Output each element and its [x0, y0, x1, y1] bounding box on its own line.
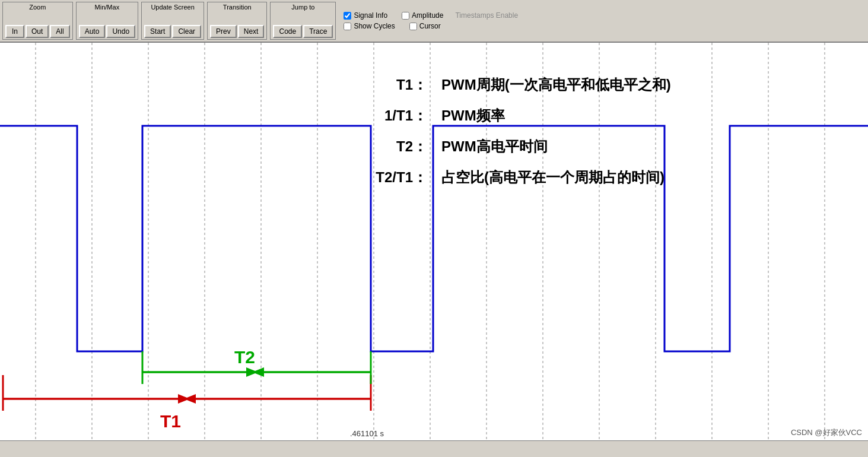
zoom-group: Zoom In Out All	[2, 2, 73, 40]
update-start-button[interactable]: Start	[144, 25, 171, 38]
watermark: CSDN @好家伙VCC	[791, 427, 862, 438]
timestamp-display: .461101 s	[350, 429, 384, 438]
show-cycles-checkbox[interactable]	[344, 23, 351, 30]
signal-info-row: Signal Info Amplitude Timestamps Enable	[344, 11, 518, 20]
annotation-row-2: T2： PWM高电平时间	[350, 137, 860, 156]
zoom-all-button[interactable]: All	[50, 25, 69, 38]
update-clear-button[interactable]: Clear	[172, 25, 201, 38]
update-buttons: Start Clear	[144, 25, 201, 38]
amplitude-checkbox[interactable]	[402, 12, 409, 20]
annotation-row-0: T1： PWM周期(一次高电平和低电平之和)	[350, 75, 860, 94]
update-group: Update Screen Start Clear	[141, 2, 204, 40]
amplitude-label: Amplitude	[412, 11, 443, 20]
transition-buttons: Prev Next	[210, 25, 264, 38]
ann-label-1: 1/T1：	[350, 106, 427, 125]
svg-text:T1: T1	[160, 411, 181, 431]
update-label: Update Screen	[151, 4, 194, 11]
jumpto-buttons: Code Trace	[273, 25, 333, 38]
ann-text-3: 占空比(高电平在一个周期占的时间)	[441, 168, 664, 187]
jumpto-label: Jump to	[291, 4, 314, 11]
ann-label-0: T1：	[350, 75, 427, 94]
transition-prev-button[interactable]: Prev	[210, 25, 237, 38]
zoom-in-button[interactable]: In	[5, 25, 24, 38]
ann-label-2: T2：	[350, 137, 427, 156]
jumpto-code-button[interactable]: Code	[273, 25, 302, 38]
show-cycles-row: Show Cycles Cursor	[344, 22, 518, 30]
ann-text-0: PWM周期(一次高电平和低电平之和)	[441, 75, 671, 94]
transition-group: Transition Prev Next	[207, 2, 267, 40]
signal-info-checkbox[interactable]	[344, 12, 351, 20]
minmax-group: Min/Max Auto Undo	[76, 2, 138, 40]
minmax-undo-button[interactable]: Undo	[106, 25, 135, 38]
status-bar	[0, 440, 868, 457]
timestamps-label: Timestamps Enable	[455, 11, 518, 20]
minmax-label: Min/Max	[95, 4, 120, 11]
zoom-buttons: In Out All	[5, 25, 70, 38]
ann-text-1: PWM频率	[441, 106, 505, 125]
show-cycles-label: Show Cycles	[354, 22, 395, 30]
cursor-checkbox[interactable]	[409, 23, 417, 30]
annotation-row-3: T2/T1： 占空比(高电平在一个周期占的时间)	[350, 168, 860, 187]
transition-label: Transition	[223, 4, 252, 11]
waveform-area: T1 T2 T1： PWM周期(一次高电平和低电平之和) 1/T1： PWM频率…	[0, 43, 868, 457]
zoom-label: Zoom	[29, 4, 46, 11]
minmax-buttons: Auto Undo	[79, 25, 135, 38]
transition-next-button[interactable]: Next	[238, 25, 265, 38]
ann-text-2: PWM高电平时间	[441, 137, 548, 156]
toolbar-checkboxes: Signal Info Amplitude Timestamps Enable …	[344, 11, 518, 30]
minmax-auto-button[interactable]: Auto	[79, 25, 106, 38]
jumpto-trace-button[interactable]: Trace	[303, 25, 333, 38]
annotation-block: T1： PWM周期(一次高电平和低电平之和) 1/T1： PWM频率 T2： P…	[350, 75, 860, 199]
annotation-row-1: 1/T1： PWM频率	[350, 106, 860, 125]
ann-label-3: T2/T1：	[350, 168, 427, 187]
zoom-out-button[interactable]: Out	[26, 25, 49, 38]
toolbar: Zoom In Out All Min/Max Auto Undo Update…	[0, 0, 868, 43]
svg-marker-29	[252, 367, 264, 377]
cursor-label: Cursor	[419, 22, 441, 30]
signal-info-label: Signal Info	[354, 11, 387, 20]
jumpto-group: Jump to Code Trace	[270, 2, 336, 40]
svg-text:T2: T2	[234, 347, 255, 367]
svg-marker-21	[184, 394, 196, 404]
